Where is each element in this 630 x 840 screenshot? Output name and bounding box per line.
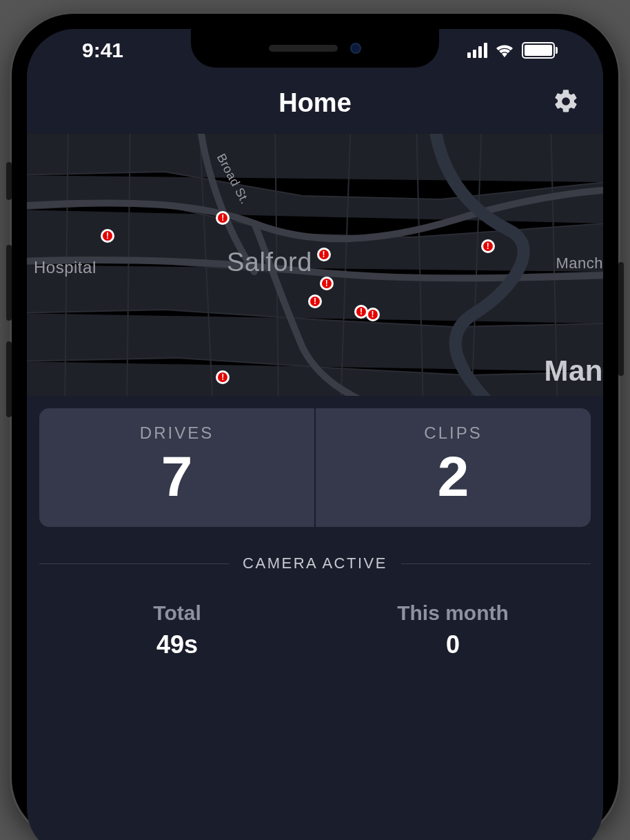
volume-up-button: [6, 245, 12, 321]
camera-total-value: 49s: [39, 630, 315, 659]
map-label-man: Man: [545, 354, 604, 388]
map-pin[interactable]: !: [366, 308, 380, 321]
map-pin[interactable]: !: [317, 248, 331, 261]
clips-value: 2: [323, 446, 584, 508]
camera-active-header: CAMERA ACTIVE: [27, 539, 603, 581]
map-label-manch: Manch: [556, 254, 603, 272]
drives-value: 7: [46, 446, 307, 508]
status-icons: [467, 42, 555, 59]
notch: [191, 29, 439, 68]
power-button: [618, 262, 624, 376]
camera-month-value: 0: [315, 630, 591, 659]
divider-line: [39, 563, 229, 564]
wifi-icon: [494, 43, 515, 58]
phone-frame: 9:41 Home: [12, 14, 618, 840]
drives-label: DRIVES: [46, 423, 307, 443]
map-label-salford: Salford: [227, 248, 312, 277]
front-camera: [350, 43, 361, 54]
map-pin[interactable]: !: [308, 294, 322, 308]
camera-month-label: This month: [315, 601, 591, 625]
nav-bar: Home: [27, 72, 603, 134]
map-roads: [27, 134, 603, 396]
stat-cards: DRIVES 7 CLIPS 2: [27, 396, 603, 539]
camera-active-stats: Total 49s This month 0: [27, 581, 603, 666]
speaker: [269, 45, 338, 52]
cellular-signal-icon: [467, 43, 487, 58]
map-pin[interactable]: !: [320, 277, 334, 290]
settings-button[interactable]: [552, 88, 580, 118]
gear-icon: [552, 88, 580, 115]
page-title: Home: [278, 88, 352, 118]
map-label-hospital: Hospital: [34, 258, 96, 277]
clips-label: CLIPS: [323, 423, 584, 443]
map-pin[interactable]: !: [216, 370, 230, 384]
section-title: CAMERA ACTIVE: [243, 554, 387, 572]
status-time: 9:41: [82, 39, 123, 62]
camera-total-label: Total: [39, 601, 315, 625]
camera-this-month: This month 0: [315, 601, 591, 659]
map-pin[interactable]: !: [481, 239, 495, 253]
map[interactable]: Broad St. Hospital Salford Manch Man !!!…: [27, 134, 603, 396]
screen: 9:41 Home: [27, 29, 603, 840]
drives-card[interactable]: DRIVES 7: [39, 408, 314, 527]
camera-total: Total 49s: [39, 601, 315, 659]
divider-line: [401, 563, 591, 564]
silent-switch: [6, 162, 12, 200]
battery-icon: [522, 42, 555, 59]
volume-down-button: [6, 341, 12, 417]
map-pin[interactable]: !: [101, 229, 114, 243]
clips-card[interactable]: CLIPS 2: [316, 408, 591, 527]
map-pin[interactable]: !: [216, 211, 230, 225]
